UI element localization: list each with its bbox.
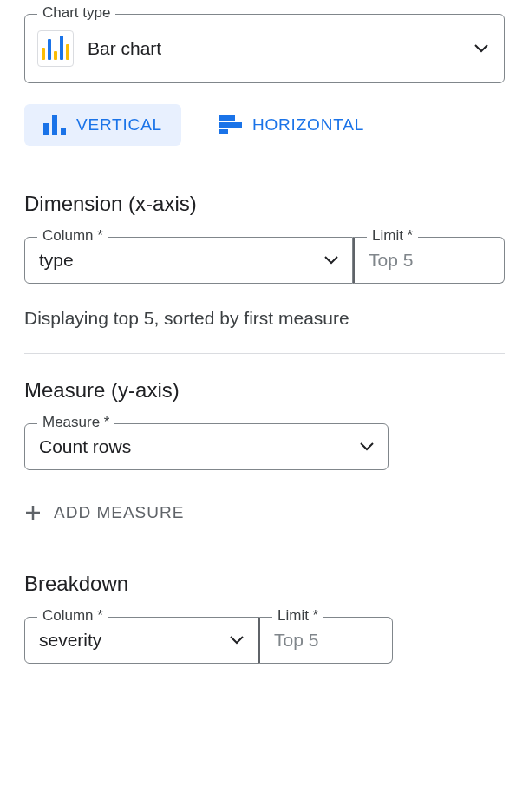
chevron-down-icon bbox=[324, 256, 338, 265]
orientation-tabs: VERTICAL HORIZONTAL bbox=[24, 104, 505, 146]
chart-type-legend: Chart type bbox=[37, 4, 115, 22]
vertical-bars-icon bbox=[43, 115, 66, 135]
dimension-title: Dimension (x-axis) bbox=[24, 192, 505, 216]
svg-rect-4 bbox=[219, 122, 242, 128]
svg-rect-1 bbox=[52, 115, 57, 135]
horizontal-bars-icon bbox=[219, 115, 242, 134]
measure-legend: Measure * bbox=[37, 414, 114, 431]
measure-select[interactable]: Measure * Count rows bbox=[24, 423, 389, 470]
plus-icon bbox=[24, 504, 42, 521]
svg-rect-3 bbox=[219, 115, 235, 121]
dimension-caption: Displaying top 5, sorted by first measur… bbox=[24, 308, 505, 329]
tab-horizontal-label: HORIZONTAL bbox=[252, 115, 364, 134]
breakdown-limit-legend: Limit * bbox=[272, 607, 323, 625]
breakdown-limit-field[interactable]: Limit * Top 5 bbox=[258, 617, 393, 664]
divider bbox=[24, 167, 505, 167]
tab-horizontal[interactable]: HORIZONTAL bbox=[200, 104, 383, 146]
breakdown-column-select[interactable]: Column * severity bbox=[24, 617, 258, 664]
divider bbox=[24, 353, 505, 354]
dimension-column-select[interactable]: Column * type bbox=[24, 237, 353, 284]
svg-rect-5 bbox=[219, 129, 228, 134]
svg-rect-2 bbox=[61, 128, 66, 135]
bar-chart-icon bbox=[37, 30, 74, 67]
measure-value: Count rows bbox=[39, 436, 360, 457]
chevron-down-icon bbox=[360, 442, 374, 451]
breakdown-title: Breakdown bbox=[24, 572, 505, 596]
dimension-limit-field[interactable]: Limit * Top 5 bbox=[353, 237, 505, 284]
breakdown-limit-value: Top 5 bbox=[274, 630, 378, 651]
dimension-limit-value: Top 5 bbox=[369, 250, 490, 271]
dimension-limit-legend: Limit * bbox=[367, 227, 418, 245]
breakdown-column-value: severity bbox=[39, 630, 230, 651]
tab-vertical-label: VERTICAL bbox=[76, 115, 162, 134]
dimension-column-value: type bbox=[39, 250, 324, 271]
add-measure-label: ADD MEASURE bbox=[54, 503, 184, 522]
measure-title: Measure (y-axis) bbox=[24, 378, 505, 403]
tab-vertical[interactable]: VERTICAL bbox=[24, 104, 181, 146]
dimension-column-legend: Column * bbox=[37, 227, 108, 245]
svg-rect-0 bbox=[43, 123, 49, 135]
chart-type-select[interactable]: Chart type Bar chart bbox=[24, 14, 505, 83]
breakdown-column-legend: Column * bbox=[37, 607, 108, 625]
chevron-down-icon bbox=[230, 636, 244, 645]
chart-type-value: Bar chart bbox=[88, 38, 460, 59]
add-measure-button[interactable]: ADD MEASURE bbox=[24, 503, 505, 522]
divider bbox=[24, 547, 505, 547]
chevron-down-icon bbox=[474, 44, 488, 53]
